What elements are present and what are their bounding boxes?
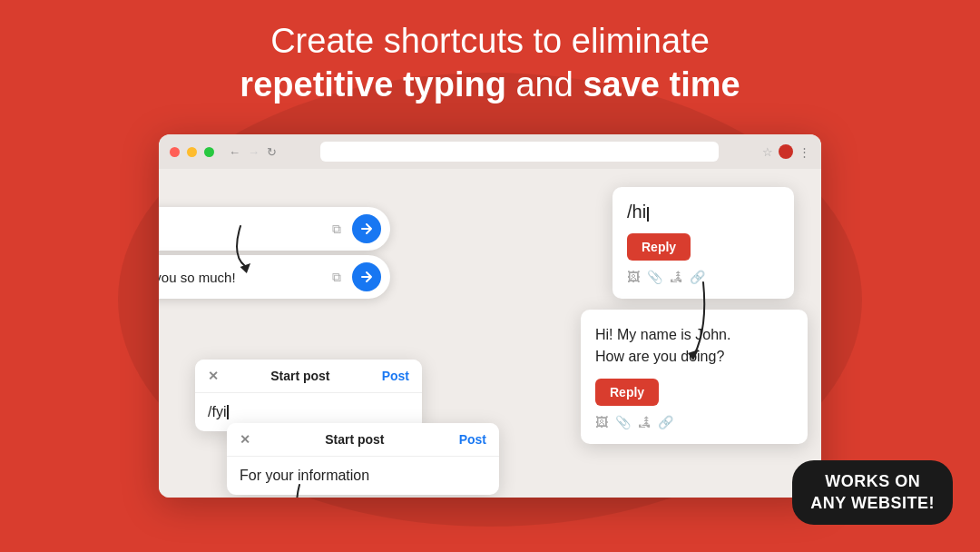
browser-icons-right: ☆ ⋮ xyxy=(762,144,810,159)
full-reply-text: Hi! My name is John.How are you doing? xyxy=(595,324,793,368)
browser-navigation: ← → ↻ xyxy=(229,145,277,159)
attachment-icon-1: 📎 xyxy=(647,270,662,284)
traffic-light-red[interactable] xyxy=(170,147,180,157)
attachment-icon-2: 📎 xyxy=(615,415,631,429)
refresh-icon[interactable]: ↻ xyxy=(267,145,277,159)
works-badge: Works on any website! xyxy=(792,460,953,525)
link-icon-1: 🔗 xyxy=(690,270,705,284)
send-button-1[interactable] xyxy=(352,214,381,243)
post-card-for-your-info: ✕ Start post Post For your information xyxy=(227,423,499,495)
address-bar[interactable] xyxy=(320,142,719,162)
card-full-icons: 🖼 📎 🏞 🔗 xyxy=(595,415,793,429)
shortcode-input-row-1: + /tks ⧉ xyxy=(159,207,390,251)
post-card-2-close[interactable]: ✕ xyxy=(240,432,250,447)
browser-window: ← → ↻ ☆ ⋮ + /tks ⧉ + Thank you s xyxy=(159,134,821,498)
card-hi-icons: 🖼 📎 🏞 🔗 xyxy=(627,270,779,284)
menu-icon[interactable]: ⋮ xyxy=(799,145,810,159)
reply-card-full: Hi! My name is John.How are you doing? R… xyxy=(581,310,808,444)
post-card-1-close[interactable]: ✕ xyxy=(208,369,219,383)
post-card-2-body[interactable]: For your information xyxy=(227,457,499,495)
photo-icon-2: 🏞 xyxy=(638,415,651,429)
photo-icon-1: 🏞 xyxy=(670,270,682,284)
link-icon-2: 🔗 xyxy=(658,415,673,429)
browser-content: + /tks ⧉ + Thank you so much! ⧉ /hi Repl… xyxy=(159,169,821,498)
post-card-1-title: Start post xyxy=(219,369,382,383)
post-card-1-header: ✕ Start post Post xyxy=(195,360,422,393)
headline-word-create: Create shortcuts to eliminate xyxy=(270,22,710,60)
headline-line2: repetitive typing and save time xyxy=(0,64,980,107)
hi-shortcode-text[interactable]: /hi xyxy=(627,202,779,222)
post-card-2-header: ✕ Start post Post xyxy=(227,423,499,457)
post-card-fyi: ✕ Start post Post /fyi xyxy=(195,360,422,431)
forward-icon[interactable]: → xyxy=(248,145,260,159)
reply-button-hi[interactable]: Reply xyxy=(627,233,691,261)
headline: Create shortcuts to eliminate repetitive… xyxy=(0,20,980,106)
extension-icon[interactable] xyxy=(779,144,793,159)
post-card-2-post-btn[interactable]: Post xyxy=(459,432,486,447)
copy-icon-2[interactable]: ⧉ xyxy=(327,267,347,287)
back-icon[interactable]: ← xyxy=(229,145,240,159)
reply-card-hi: /hi Reply 🖼 📎 🏞 🔗 xyxy=(612,187,794,299)
post-card-2-title: Start post xyxy=(250,432,459,447)
works-badge-line1: Works on xyxy=(810,471,935,492)
reply-button-full[interactable]: Reply xyxy=(595,379,659,406)
traffic-light-green[interactable] xyxy=(204,147,214,157)
image-icon-1: 🖼 xyxy=(627,270,640,284)
copy-icon-1[interactable]: ⧉ xyxy=(327,219,347,239)
headline-line1: Create shortcuts to eliminate xyxy=(0,20,980,64)
expanded-text-2[interactable]: Thank you so much! xyxy=(159,270,321,285)
browser-title-bar: ← → ↻ ☆ ⋮ xyxy=(159,134,821,169)
works-badge-line2: any website! xyxy=(810,493,935,514)
post-card-1-post-btn[interactable]: Post xyxy=(382,369,409,383)
shortcode-text-1[interactable]: /tks xyxy=(159,222,321,237)
send-button-2[interactable] xyxy=(352,262,381,291)
image-icon-2: 🖼 xyxy=(595,415,608,429)
traffic-light-yellow[interactable] xyxy=(187,147,197,157)
bookmark-icon: ☆ xyxy=(762,145,773,159)
shortcode-input-row-2: + Thank you so much! ⧉ xyxy=(159,255,390,299)
